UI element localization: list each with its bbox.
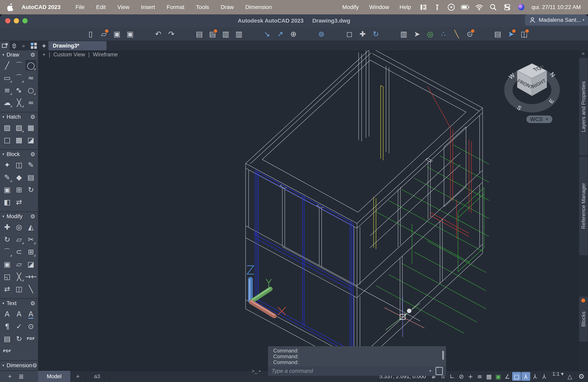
menu-window[interactable]: Window — [364, 0, 394, 14]
tool-spell-check[interactable]: ✓ — [14, 321, 24, 332]
pan-icon[interactable]: ✚ — [357, 28, 368, 39]
titlebar[interactable]: Autodesk AutoCAD 2023 Drawing3.dwg Madal… — [0, 14, 588, 27]
collapse-panels-icon[interactable]: « — [578, 50, 588, 57]
tool-fillet[interactable]: ⌒ — [2, 246, 13, 257]
deer-icon[interactable] — [433, 3, 441, 11]
layout-grid-icon[interactable] — [31, 43, 37, 49]
tool-boundary[interactable]: □ — [2, 134, 13, 145]
menu-help[interactable]: Help — [394, 0, 416, 14]
tool-text-underline[interactable]: A — [25, 308, 36, 319]
tab-model[interactable]: Model — [38, 371, 71, 382]
tool-polyline[interactable]: ⌒ — [14, 60, 24, 71]
command-scrollbar[interactable] — [442, 351, 444, 360]
tool-purge[interactable]: ╲ — [25, 284, 36, 294]
playback-icon[interactable] — [447, 3, 455, 11]
panel-tab-blocks[interactable]: Blocks — [579, 296, 588, 342]
tool-line[interactable]: ╱ — [2, 60, 13, 71]
command-input[interactable] — [268, 368, 425, 374]
panel-tab-layers-properties[interactable]: Layers and Properties — [579, 58, 588, 155]
tool-find-text[interactable]: ⊙ — [25, 321, 36, 332]
layouts-list-icon[interactable]: ≣ — [19, 373, 24, 380]
layers-panel-icon[interactable]: ▤ — [492, 28, 504, 39]
tool-break[interactable]: ╳ — [14, 271, 24, 282]
tool-explode[interactable]: ◫ — [14, 284, 24, 294]
tool-text-update[interactable]: ↻ — [14, 333, 24, 344]
apple-menu-icon[interactable] — [7, 3, 14, 11]
tool-attribute-table[interactable]: ▤ — [25, 172, 36, 183]
performance-icon[interactable]: ◫ — [519, 28, 530, 39]
tool-attribute-tag[interactable]: ◆ — [14, 172, 24, 183]
save-as-icon[interactable]: ▣ — [125, 28, 136, 39]
menubar-clock[interactable]: qui. 27/11 10:22 AM — [531, 4, 581, 10]
gear-icon[interactable]: ⚙ — [30, 52, 35, 58]
customization-gear-icon[interactable]: ⚙ — [576, 371, 587, 382]
tool-join[interactable]: →← — [25, 271, 36, 282]
snap-runner-icon[interactable]: ⅄ — [521, 372, 530, 381]
menu-tools[interactable]: Tools — [190, 0, 215, 14]
viewport-plus-control[interactable]: + — [42, 52, 46, 58]
tool-slant[interactable]: ▱ — [14, 259, 24, 269]
print-icon[interactable]: ▤ — [194, 28, 205, 39]
clean-icon[interactable]: ╲ — [451, 28, 462, 39]
tool-text-style[interactable]: A — [14, 308, 24, 319]
tool-linetype[interactable]: ≡ — [2, 85, 13, 96]
polar-tracking-icon[interactable]: ⊘ — [457, 372, 466, 381]
tool-block-replace[interactable]: ⇄ — [14, 197, 24, 207]
object-snap-icon[interactable]: ▣ — [494, 372, 503, 381]
annotation-visibility-icon[interactable]: △ — [566, 372, 574, 381]
import-icon[interactable]: ↘ — [261, 28, 273, 39]
wireframe-house-drawing[interactable] — [38, 50, 578, 371]
page-setup-icon[interactable]: ▥ — [220, 28, 231, 39]
close-button[interactable] — [5, 18, 10, 23]
panel-tab-reference-manager[interactable]: Reference Manager — [579, 157, 588, 255]
quick-select-icon[interactable]: ➤ — [411, 28, 423, 39]
undo-icon[interactable]: ↶ — [153, 28, 164, 39]
tool-wipeout[interactable]: ◪ — [25, 134, 36, 145]
tool-palettes-icon[interactable]: ▥ — [398, 28, 409, 39]
section-header-modify[interactable]: ▾Modify⚙ — [0, 211, 38, 221]
orbit-icon[interactable]: ↻ — [370, 28, 381, 39]
plot-icon[interactable]: ▤ — [207, 28, 218, 39]
tool-text-list[interactable]: ▤ — [2, 333, 13, 344]
tool-move[interactable]: ✚ — [2, 222, 13, 232]
control-center-icon[interactable] — [503, 3, 511, 11]
tool-hatch-edit[interactable]: ▨ — [14, 122, 24, 133]
export-icon[interactable]: ↗ — [274, 28, 286, 39]
section-header-dimension[interactable]: ▾Dimension⚙ — [0, 361, 38, 370]
group-icon[interactable]: ∴ — [438, 28, 449, 39]
tool-attribute-manager[interactable]: ◧ — [2, 197, 13, 207]
section-header-text[interactable]: ▾Text⚙ — [0, 298, 38, 308]
new-drawing-tab-button[interactable]: + — [40, 41, 48, 50]
menu-file[interactable]: File — [70, 0, 90, 14]
tab-layout-a3[interactable]: a3 — [85, 371, 109, 382]
tool-extrude[interactable]: ▣ — [2, 259, 13, 269]
tool-ellipse[interactable]: ○ — [25, 85, 36, 96]
tool-base-point[interactable]: ⊞ — [14, 184, 24, 195]
osnap-settings-icon[interactable]: ◎ — [425, 28, 436, 39]
gear-icon[interactable]: ⚙ — [30, 300, 35, 307]
new-layout-icon[interactable]: + — [8, 373, 12, 380]
tool-circle[interactable]: ◯ — [25, 60, 36, 71]
drawing-viewport[interactable]: + | Custom View | Wireframe — [38, 50, 578, 382]
tool-block-insert[interactable]: ◫ — [14, 159, 24, 170]
tool-revision-cloud[interactable]: ☁ — [2, 97, 13, 108]
tool-stretch[interactable]: ▱ — [14, 234, 24, 245]
tool-island-detect[interactable]: ▩ — [14, 134, 24, 145]
tool-measure[interactable]: ↔ — [11, 82, 27, 98]
new-file-icon[interactable]: ▯ — [85, 28, 96, 39]
battery-icon[interactable] — [461, 3, 469, 11]
zoom-window-icon[interactable]: ◻ — [344, 28, 355, 39]
plot-preview-icon[interactable]: ▥ — [233, 28, 245, 39]
wifi-icon[interactable] — [475, 3, 483, 11]
viewcube[interactable]: W S E N TOP FRONT RIGHT — [504, 56, 560, 124]
selection-cycling-icon[interactable]: ▢ — [512, 372, 521, 381]
annotation-scale-dropdown[interactable]: 1:1 ▾ — [552, 371, 564, 382]
tool-attribute-edit[interactable]: ✎ — [2, 172, 13, 183]
redo-icon[interactable]: ↷ — [166, 28, 177, 39]
viewport-style-control[interactable]: Wireframe — [93, 52, 118, 58]
share-icon[interactable]: ➤ — [505, 28, 517, 39]
tool-attribute-sync[interactable]: ↻ — [25, 184, 36, 195]
tool-write-block[interactable]: ▣ — [2, 184, 13, 195]
command-prompt[interactable]: >_ ▾ — [250, 368, 268, 374]
paste-command-icon[interactable] — [436, 367, 443, 375]
